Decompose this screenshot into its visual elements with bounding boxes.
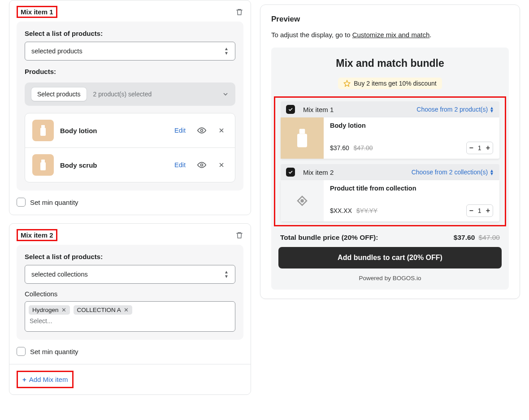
product-price: $37.60 (330, 144, 349, 152)
preview-product-card: Body lotion $37.60 $47.00 − 1 + (281, 117, 499, 159)
select-value: selected products (31, 48, 82, 55)
tag-placeholder: Select... (29, 317, 231, 325)
eye-icon[interactable] (195, 126, 209, 135)
promo-badge: Buy 2 items get 10% discount (338, 78, 442, 89)
min-qty-label: Set min quantity (30, 348, 78, 355)
product-name: Body scrub (60, 161, 168, 169)
tag: COLLECTION A ✕ (74, 305, 132, 315)
svg-point-8 (301, 200, 304, 202)
qty-plus[interactable]: + (486, 207, 490, 215)
mix-item-2-card: Mix item 2 Select a list of products: se… (9, 223, 251, 395)
product-list-select[interactable]: selected products ▲▼ (25, 42, 235, 61)
svg-rect-0 (41, 125, 45, 128)
svg-rect-6 (299, 129, 305, 134)
qty-plus[interactable]: + (486, 144, 490, 152)
tag: Hydrogen ✕ (29, 305, 70, 315)
product-list: Body lotion Edit Body scrub (25, 113, 235, 182)
product-name: Body lotion (60, 127, 168, 134)
chevron-updown-icon: ▲▼ (224, 47, 229, 56)
mix-item-2-title: Mix item 2 (21, 231, 53, 239)
products-label: Products: (25, 68, 235, 75)
sort-icon: ▲▼ (490, 169, 494, 175)
section-checkbox[interactable] (286, 168, 295, 177)
svg-rect-4 (40, 162, 46, 170)
svg-rect-7 (297, 134, 307, 147)
remove-icon[interactable] (215, 127, 228, 134)
trash-icon[interactable] (235, 8, 243, 16)
product-thumb-placeholder (281, 180, 324, 221)
product-old-price: $47.00 (354, 144, 373, 152)
min-qty-label: Set min quantity (30, 199, 78, 206)
product-name: Body lotion (330, 122, 493, 129)
product-row: Body lotion Edit (25, 113, 235, 148)
svg-rect-1 (40, 128, 46, 136)
min-qty-row: Set min quantity (9, 198, 251, 215)
star-icon (343, 80, 351, 87)
remove-icon[interactable] (215, 161, 228, 169)
min-qty-checkbox[interactable] (17, 198, 26, 207)
product-list-select[interactable]: selected collections ▲▼ (25, 265, 235, 284)
chevron-down-icon (222, 91, 229, 98)
trash-icon[interactable] (235, 231, 243, 239)
selected-count: 2 product(s) selected (93, 91, 152, 98)
config-column: Mix item 1 Select a list of products: se… (9, 0, 251, 403)
product-row: Body scrub Edit (25, 148, 235, 182)
section-title: Mix item 1 (303, 106, 412, 113)
edit-link[interactable]: Edit (174, 127, 186, 134)
item1-config-section: Select a list of products: selected prod… (17, 22, 243, 191)
eye-icon[interactable] (195, 160, 209, 169)
total-price: $37.60 (454, 234, 475, 241)
preview-column: Preview To adjust the display, go to Cus… (260, 0, 520, 403)
product-thumb (32, 154, 54, 176)
tag-remove-icon[interactable]: ✕ (61, 307, 66, 313)
product-thumb (281, 117, 324, 159)
select-products-button[interactable]: Select products (31, 87, 87, 101)
qty-value: 1 (478, 207, 481, 214)
highlighted-preview-region: Mix item 1 Choose from 2 product(s) ▲▼ (274, 96, 506, 226)
powered-by: Powered by BOGOS.io (271, 275, 509, 281)
qty-stepper: − 1 + (466, 204, 493, 217)
product-name: Product title from collection (330, 185, 493, 192)
sort-icon: ▲▼ (490, 106, 494, 113)
total-label: Total bundle price (20% OFF): (280, 234, 378, 242)
add-to-cart-button[interactable]: Add bundles to cart (20% OFF) (278, 247, 502, 268)
add-mix-item-link[interactable]: + Add Mix item (22, 376, 68, 383)
select-value: selected collections (31, 271, 88, 278)
svg-rect-3 (41, 160, 45, 162)
product-thumb (32, 120, 54, 141)
preview-subtext: To adjust the display, go to Customize m… (271, 31, 509, 39)
bundle-title: Mix and match bundle (271, 57, 509, 69)
select-list-label: Select a list of products: (25, 30, 235, 37)
select-products-bar[interactable]: Select products 2 product(s) selected (25, 82, 235, 106)
choose-products-link[interactable]: Choose from 2 product(s) ▲▼ (416, 106, 494, 113)
preview-product-card: Product title from collection $XX.XX $YY… (281, 180, 499, 221)
min-qty-checkbox[interactable] (17, 347, 26, 356)
min-qty-row: Set min quantity (9, 347, 251, 364)
tag-remove-icon[interactable]: ✕ (124, 307, 129, 313)
collections-label: Collections (25, 290, 235, 298)
product-price: $XX.XX (330, 207, 352, 214)
total-row: Total bundle price (20% OFF): $37.60 $47… (271, 226, 509, 247)
qty-minus[interactable]: − (469, 207, 473, 215)
qty-minus[interactable]: − (469, 144, 473, 152)
choose-collections-link[interactable]: Choose from 2 collection(s) ▲▼ (412, 169, 494, 176)
preview-mix-section-2: Mix item 2 Choose from 2 collection(s) ▲… (281, 164, 499, 180)
svg-point-2 (201, 130, 203, 132)
product-old-price: $YY.YY (356, 207, 377, 214)
select-list-label: Select a list of products: (25, 253, 235, 260)
mix-item-1-title: Mix item 1 (21, 8, 53, 16)
preview-mix-section-1: Mix item 1 Choose from 2 product(s) ▲▼ (281, 101, 499, 117)
preview-card: Preview To adjust the display, go to Cus… (260, 4, 520, 299)
plus-icon: + (22, 376, 26, 383)
section-title: Mix item 2 (303, 169, 407, 176)
preview-heading: Preview (271, 15, 509, 24)
add-mix-row: + Add Mix item (9, 364, 251, 394)
customize-link[interactable]: Customize mix and match (352, 31, 430, 39)
section-checkbox[interactable] (286, 105, 295, 114)
mix-item-1-card: Mix item 1 Select a list of products: se… (9, 0, 251, 215)
total-old-price: $47.00 (479, 234, 500, 241)
bundle-preview: Mix and match bundle Buy 2 items get 10%… (271, 48, 509, 290)
edit-link[interactable]: Edit (174, 161, 186, 169)
chevron-updown-icon: ▲▼ (224, 270, 229, 279)
collections-tag-input[interactable]: Hydrogen ✕ COLLECTION A ✕ Select... (25, 301, 235, 332)
